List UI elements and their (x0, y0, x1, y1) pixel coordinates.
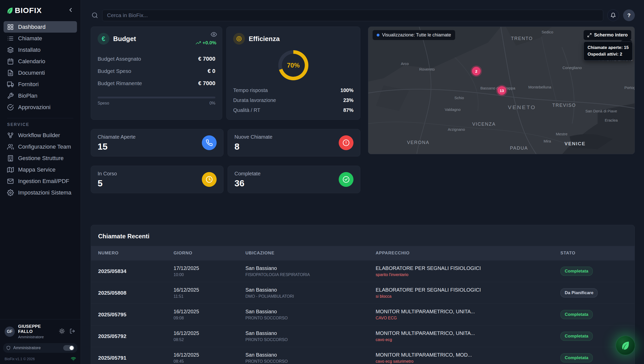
sidebar-item-label: Calendario (18, 58, 45, 65)
call-number: 2025/05792 (98, 333, 174, 339)
stat-card-chiamate-aperte[interactable]: Chiamate Aperte 15 (91, 129, 224, 157)
document-icon (7, 70, 14, 76)
call-location: San Bassiano (245, 352, 277, 358)
user-role: Amministratore (18, 335, 55, 339)
sidebar-item-label: Approvazioni (18, 104, 50, 111)
map-place-label: Eraclea (605, 118, 618, 122)
budget-progress-track (98, 97, 215, 98)
mail-icon (7, 178, 14, 185)
sidebar-item-ingestion-email-pdf[interactable]: Ingestion Email/PDF (4, 175, 77, 187)
tooltip-active-hospitals: Ospedali attivi: 2 (587, 51, 629, 58)
efficiency-row-label: Qualità / RT (233, 107, 260, 113)
call-location: San Bassiano (245, 287, 277, 293)
budget-rows: Budget Assegnato € 7000 Budget Speso € 0… (98, 53, 215, 89)
call-device: MONITOR MULTIPARAMETRICO, MOD... (376, 352, 472, 358)
sidebar-item-bioplan[interactable]: BioPlan (4, 90, 77, 101)
stat-label: In Corso (98, 171, 117, 177)
budget-row: Budget Rimanente € 7000 (98, 77, 215, 89)
call-department: PRONTO SOCCORSO (245, 337, 376, 342)
user-row: GF GIUSEPPE FALLO Amministratore (0, 322, 81, 341)
sidebar-item-fornitori[interactable]: Fornitori (4, 79, 77, 90)
status-badge: Completata (560, 332, 593, 341)
building-icon (7, 155, 14, 162)
call-date: 17/12/2025 (174, 265, 199, 271)
budget-row-label: Budget Rimanente (98, 80, 142, 86)
table-row[interactable]: 2025/05834 17/12/202510:00 San BassianoF… (91, 260, 635, 282)
call-time: 08:45 (174, 359, 245, 364)
table-header: NUMERO GIORNO UBICAZIONE APPARECCHIO STA… (91, 246, 635, 260)
table-row[interactable]: 2025/05791 16/12/202508:45 San BassianoP… (91, 347, 635, 364)
logout-button[interactable] (69, 328, 76, 335)
budget-row-value: € 7000 (198, 80, 215, 87)
sidebar-item-installato[interactable]: Installato (4, 44, 77, 56)
sidebar-collapse-button[interactable] (66, 6, 75, 15)
sidebar-item-approvazioni[interactable]: Approvazioni (4, 101, 77, 113)
call-device: ELABORATORE PER SEGNALI FISIOLOGICI (376, 287, 481, 293)
search-input[interactable] (102, 10, 603, 21)
table-row[interactable]: 2025/05808 16/12/202511:51 San BassianoD… (91, 282, 635, 304)
map-panel[interactable]: TRENTOSedico/ PORDENONArcoRoveretoConegl… (368, 27, 635, 154)
sidebar-item-impostazioni-sistema[interactable]: Impostazioni Sistema (4, 187, 77, 198)
budget-row: Budget Assegnato € 7000 (98, 53, 215, 65)
sidebar-item-workflow-builder[interactable]: Workflow Builder (4, 129, 77, 141)
sidebar-item-mappa-service[interactable]: Mappa Service (4, 164, 77, 175)
recent-calls-card: Chiamate Recenti NUMERO GIORNO UBICAZION… (91, 225, 635, 364)
sidebar-item-chiamate[interactable]: Chiamate (4, 33, 77, 44)
admin-toggle-switch[interactable] (63, 345, 74, 351)
layers-icon (7, 47, 14, 53)
call-issue: sparito l'inventario (376, 272, 560, 277)
stat-value: 36 (234, 178, 260, 188)
workflow-icon (7, 132, 14, 139)
map-cluster-marker[interactable]: 2 (472, 67, 481, 75)
sidebar-item-calendario[interactable]: Calendario (4, 56, 77, 67)
stat-card-completate[interactable]: Completate 36 (228, 166, 360, 193)
stat-value: 5 (98, 178, 117, 188)
kpi-cards-row: € Budget +0.0% Budget Assegnato (91, 27, 360, 120)
status-badge: Da Pianificare (560, 288, 598, 297)
col-numero: NUMERO (98, 251, 174, 256)
sidebar-item-dashboard[interactable]: Dashboard (4, 21, 77, 33)
assistant-fab[interactable] (616, 336, 635, 355)
truck-icon (7, 81, 14, 88)
map-place-label: Arzignano (448, 127, 465, 132)
table-row[interactable]: 2025/05792 16/12/202508:52 San BassianoP… (91, 325, 635, 347)
call-number: 2025/05795 (98, 311, 174, 318)
efficiency-card-header: Efficienza (233, 33, 353, 45)
budget-progress-label: Speso (98, 101, 109, 106)
call-department: PRONTO SOCCORSO (245, 359, 376, 364)
map-place-label: Mira (544, 139, 551, 143)
help-button[interactable]: ? (623, 9, 635, 21)
sidebar-item-configurazione-team[interactable]: Configurazione Team (4, 141, 77, 152)
sidebar-item-documenti[interactable]: Documenti (4, 67, 77, 79)
budget-visibility-button[interactable] (211, 31, 217, 38)
efficiency-row-label: Durata lavorazione (233, 97, 276, 103)
clock-icon (202, 172, 217, 187)
map-filter-legend[interactable]: Visualizzazione: Tutte le chiamate (373, 30, 455, 40)
sidebar-item-label: BioPlan (18, 93, 37, 99)
map-place-label: Conegliano (562, 66, 582, 70)
stat-label: Nuove Chiamate (234, 134, 272, 140)
stat-card-in-corso[interactable]: In Corso 5 (91, 166, 224, 193)
status-badge: Completata (560, 310, 593, 319)
stat-card-nuove-chiamate[interactable]: Nuove Chiamate 8 (228, 129, 360, 157)
budget-card: € Budget +0.0% Budget Assegnato (91, 27, 222, 120)
notifications-button[interactable] (607, 9, 619, 21)
call-date: 16/12/2025 (174, 330, 199, 336)
map-cluster-marker[interactable]: 13 (497, 86, 506, 95)
sidebar-item-gestione-strutture[interactable]: Gestione Strutture (4, 152, 77, 164)
budget-row-value: € 7000 (198, 56, 215, 62)
table-row[interactable]: 2025/05795 16/12/202509:08 San BassianoP… (91, 304, 635, 325)
call-department: DMO - POLIAMBULATORI (245, 294, 376, 299)
stat-value: 15 (98, 141, 136, 152)
sidebar-item-label: Mappa Service (18, 166, 56, 173)
efficiency-row: Durata lavorazione 23% (233, 95, 353, 105)
theme-toggle-button[interactable] (58, 328, 65, 335)
efficiency-percent: 70% (278, 50, 308, 80)
call-issue: cavo ecg saturimetro (376, 359, 560, 364)
map-place-label: Sedico (542, 30, 553, 34)
check-icon (339, 172, 353, 187)
trend-up-icon (196, 40, 201, 45)
budget-row-value: € 0 (207, 68, 215, 74)
expand-icon (587, 33, 592, 37)
fullscreen-button[interactable]: Schermo intero (584, 30, 631, 40)
